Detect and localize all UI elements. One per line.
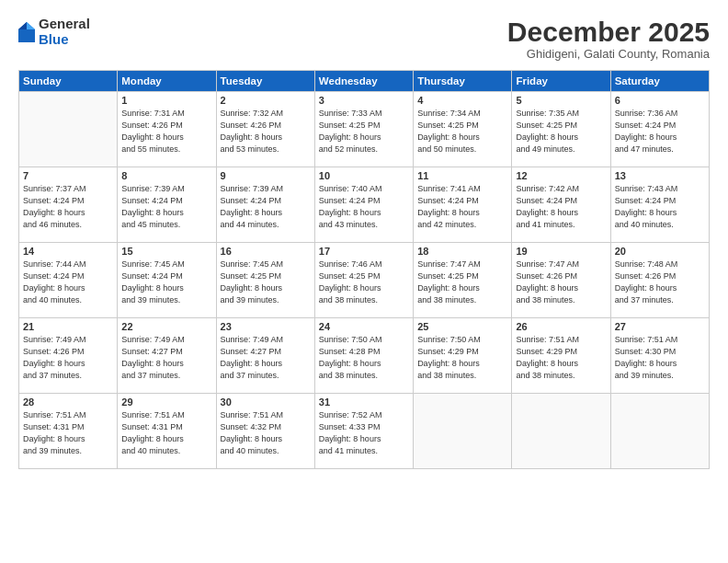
col-friday: Friday — [512, 71, 610, 92]
day-info: Sunrise: 7:48 AM Sunset: 4:26 PM Dayligh… — [615, 259, 705, 306]
col-wednesday: Wednesday — [314, 71, 413, 92]
col-saturday: Saturday — [610, 71, 709, 92]
logo: General Blue — [18, 17, 90, 47]
day-cell: 14Sunrise: 7:44 AM Sunset: 4:24 PM Dayli… — [19, 243, 118, 318]
day-info: Sunrise: 7:47 AM Sunset: 4:26 PM Dayligh… — [516, 259, 606, 306]
day-cell — [512, 394, 610, 469]
day-number: 7 — [23, 170, 113, 181]
day-cell: 1Sunrise: 7:31 AM Sunset: 4:26 PM Daylig… — [118, 92, 216, 167]
day-number: 30 — [221, 396, 311, 408]
day-cell: 4Sunrise: 7:34 AM Sunset: 4:25 PM Daylig… — [414, 92, 512, 167]
day-cell — [414, 394, 512, 469]
day-cell: 25Sunrise: 7:50 AM Sunset: 4:29 PM Dayli… — [414, 318, 512, 394]
week-row-5: 28Sunrise: 7:51 AM Sunset: 4:31 PM Dayli… — [19, 394, 710, 469]
title-section: December 2025 Ghidigeni, Galati County, … — [507, 17, 710, 61]
day-info: Sunrise: 7:41 AM Sunset: 4:24 PM Dayligh… — [417, 183, 507, 231]
day-info: Sunrise: 7:39 AM Sunset: 4:24 PM Dayligh… — [121, 183, 211, 231]
day-number: 10 — [319, 170, 409, 181]
day-number: 13 — [615, 170, 705, 181]
day-cell: 12Sunrise: 7:42 AM Sunset: 4:24 PM Dayli… — [512, 167, 610, 243]
subtitle: Ghidigeni, Galati County, Romania — [507, 47, 710, 61]
day-number: 1 — [121, 95, 211, 106]
day-info: Sunrise: 7:45 AM Sunset: 4:25 PM Dayligh… — [221, 259, 311, 306]
day-number: 6 — [615, 95, 705, 106]
day-cell: 6Sunrise: 7:36 AM Sunset: 4:24 PM Daylig… — [610, 92, 709, 167]
week-row-4: 21Sunrise: 7:49 AM Sunset: 4:26 PM Dayli… — [19, 318, 710, 394]
day-cell: 16Sunrise: 7:45 AM Sunset: 4:25 PM Dayli… — [216, 243, 314, 318]
day-cell: 31Sunrise: 7:52 AM Sunset: 4:33 PM Dayli… — [314, 394, 413, 469]
day-number: 18 — [417, 246, 507, 257]
day-info: Sunrise: 7:49 AM Sunset: 4:27 PM Dayligh… — [221, 334, 311, 382]
day-info: Sunrise: 7:32 AM Sunset: 4:26 PM Dayligh… — [221, 108, 311, 155]
day-number: 15 — [121, 246, 211, 257]
day-number: 3 — [319, 95, 409, 106]
day-number: 4 — [417, 95, 507, 106]
day-number: 12 — [516, 170, 606, 181]
day-info: Sunrise: 7:42 AM Sunset: 4:24 PM Dayligh… — [516, 183, 606, 231]
day-info: Sunrise: 7:51 AM Sunset: 4:31 PM Dayligh… — [121, 409, 211, 457]
header: General Blue December 2025 Ghidigeni, Ga… — [18, 17, 710, 61]
calendar: Sunday Monday Tuesday Wednesday Thursday… — [18, 70, 710, 469]
day-cell: 9Sunrise: 7:39 AM Sunset: 4:24 PM Daylig… — [216, 167, 314, 243]
day-cell: 19Sunrise: 7:47 AM Sunset: 4:26 PM Dayli… — [512, 243, 610, 318]
header-row: Sunday Monday Tuesday Wednesday Thursday… — [19, 71, 710, 92]
month-title: December 2025 — [507, 17, 710, 47]
day-info: Sunrise: 7:50 AM Sunset: 4:28 PM Dayligh… — [319, 334, 409, 382]
calendar-header: Sunday Monday Tuesday Wednesday Thursday… — [19, 71, 710, 92]
day-number: 20 — [615, 246, 705, 257]
day-info: Sunrise: 7:36 AM Sunset: 4:24 PM Dayligh… — [615, 108, 705, 155]
day-number: 31 — [319, 396, 409, 408]
day-info: Sunrise: 7:45 AM Sunset: 4:24 PM Dayligh… — [121, 259, 211, 306]
day-cell: 8Sunrise: 7:39 AM Sunset: 4:24 PM Daylig… — [118, 167, 216, 243]
day-info: Sunrise: 7:33 AM Sunset: 4:25 PM Dayligh… — [319, 108, 409, 155]
day-cell: 29Sunrise: 7:51 AM Sunset: 4:31 PM Dayli… — [118, 394, 216, 469]
day-info: Sunrise: 7:47 AM Sunset: 4:25 PM Dayligh… — [417, 259, 507, 306]
col-sunday: Sunday — [19, 71, 118, 92]
day-cell — [610, 394, 709, 469]
day-info: Sunrise: 7:51 AM Sunset: 4:31 PM Dayligh… — [23, 409, 113, 457]
day-cell: 20Sunrise: 7:48 AM Sunset: 4:26 PM Dayli… — [610, 243, 709, 318]
day-cell: 30Sunrise: 7:51 AM Sunset: 4:32 PM Dayli… — [216, 394, 314, 469]
day-info: Sunrise: 7:51 AM Sunset: 4:29 PM Dayligh… — [516, 334, 606, 382]
day-info: Sunrise: 7:44 AM Sunset: 4:24 PM Dayligh… — [23, 259, 113, 306]
day-info: Sunrise: 7:46 AM Sunset: 4:25 PM Dayligh… — [319, 259, 409, 306]
day-info: Sunrise: 7:51 AM Sunset: 4:32 PM Dayligh… — [221, 409, 311, 457]
day-cell: 10Sunrise: 7:40 AM Sunset: 4:24 PM Dayli… — [314, 167, 413, 243]
page: General Blue December 2025 Ghidigeni, Ga… — [0, 0, 728, 563]
day-number: 28 — [23, 396, 113, 408]
col-monday: Monday — [118, 71, 216, 92]
logo-blue: Blue — [39, 32, 90, 48]
logo-general: General — [39, 17, 90, 32]
day-cell: 5Sunrise: 7:35 AM Sunset: 4:25 PM Daylig… — [512, 92, 610, 167]
day-cell: 21Sunrise: 7:49 AM Sunset: 4:26 PM Dayli… — [19, 318, 118, 394]
day-info: Sunrise: 7:40 AM Sunset: 4:24 PM Dayligh… — [319, 183, 409, 231]
day-number: 19 — [516, 246, 606, 257]
logo-text: General Blue — [39, 17, 90, 47]
svg-marker-2 — [18, 22, 27, 29]
col-tuesday: Tuesday — [216, 71, 314, 92]
day-info: Sunrise: 7:50 AM Sunset: 4:29 PM Dayligh… — [417, 334, 507, 382]
day-cell: 15Sunrise: 7:45 AM Sunset: 4:24 PM Dayli… — [118, 243, 216, 318]
day-number: 22 — [121, 321, 211, 332]
week-row-2: 7Sunrise: 7:37 AM Sunset: 4:24 PM Daylig… — [19, 167, 710, 243]
day-number: 9 — [221, 170, 311, 181]
day-cell: 11Sunrise: 7:41 AM Sunset: 4:24 PM Dayli… — [414, 167, 512, 243]
day-info: Sunrise: 7:34 AM Sunset: 4:25 PM Dayligh… — [417, 108, 507, 155]
day-info: Sunrise: 7:52 AM Sunset: 4:33 PM Dayligh… — [319, 409, 409, 457]
day-cell: 24Sunrise: 7:50 AM Sunset: 4:28 PM Dayli… — [314, 318, 413, 394]
day-number: 23 — [221, 321, 311, 332]
day-number: 29 — [121, 396, 211, 408]
svg-marker-1 — [27, 22, 35, 29]
week-row-1: 1Sunrise: 7:31 AM Sunset: 4:26 PM Daylig… — [19, 92, 710, 167]
day-number: 8 — [121, 170, 211, 181]
day-info: Sunrise: 7:43 AM Sunset: 4:24 PM Dayligh… — [615, 183, 705, 231]
day-number: 24 — [319, 321, 409, 332]
day-number: 5 — [516, 95, 606, 106]
day-number: 17 — [319, 246, 409, 257]
day-info: Sunrise: 7:35 AM Sunset: 4:25 PM Dayligh… — [516, 108, 606, 155]
day-cell: 2Sunrise: 7:32 AM Sunset: 4:26 PM Daylig… — [216, 92, 314, 167]
day-info: Sunrise: 7:49 AM Sunset: 4:26 PM Dayligh… — [23, 334, 113, 382]
day-info: Sunrise: 7:51 AM Sunset: 4:30 PM Dayligh… — [615, 334, 705, 382]
day-cell: 3Sunrise: 7:33 AM Sunset: 4:25 PM Daylig… — [314, 92, 413, 167]
day-cell: 23Sunrise: 7:49 AM Sunset: 4:27 PM Dayli… — [216, 318, 314, 394]
